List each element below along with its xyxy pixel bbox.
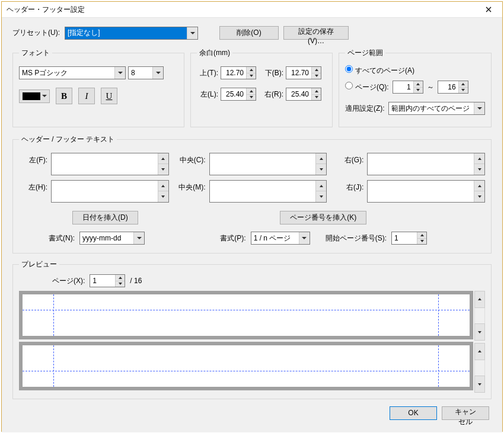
spin-down[interactable] (474, 164, 484, 175)
margin-top-field[interactable] (221, 67, 246, 79)
page-from-field[interactable] (393, 81, 413, 93)
spin-down[interactable] (247, 73, 256, 79)
footer-left-label: 左(H): (19, 180, 47, 203)
font-size-select[interactable]: 8 (128, 66, 164, 79)
cancel-button[interactable]: キャンセル (442, 406, 489, 420)
margin-right-input[interactable] (286, 88, 321, 101)
spin-up[interactable] (316, 153, 326, 164)
titlebar: ヘッダー・フッター設定 (2, 2, 502, 18)
chevron-down-icon (114, 67, 125, 79)
ok-button[interactable]: OK (390, 406, 437, 420)
preview-box (19, 291, 473, 393)
header-center-input[interactable] (209, 153, 327, 175)
scroll-down[interactable] (474, 323, 485, 341)
margin-bottom-field[interactable] (286, 67, 311, 79)
italic-button[interactable]: I (78, 88, 95, 104)
header-left-label: 左(F): (19, 153, 47, 175)
all-pages-radio[interactable] (345, 65, 353, 73)
preview-page-label: ページ(X): (52, 276, 85, 286)
margin-top-input[interactable] (221, 66, 256, 79)
spin-down[interactable] (158, 164, 168, 175)
page-from-input[interactable] (393, 81, 423, 94)
spin-down[interactable] (316, 191, 326, 202)
header-right-input[interactable] (367, 153, 485, 175)
spin-down[interactable] (417, 239, 426, 245)
chevron-down-icon (299, 232, 310, 244)
footer-left-input[interactable] (51, 180, 169, 203)
scroll-down[interactable] (474, 376, 485, 393)
spin-up[interactable] (158, 153, 168, 164)
date-format-select[interactable]: yyyy-mm-dd (79, 232, 145, 245)
page-to-input[interactable] (438, 81, 468, 94)
spin-down[interactable] (474, 191, 484, 202)
spin-up[interactable] (316, 181, 326, 191)
spin-up[interactable] (459, 81, 468, 88)
apply-value: 範囲内のすべてのページ (389, 104, 474, 114)
spin-up[interactable] (247, 67, 256, 73)
header-left-input[interactable] (51, 153, 169, 175)
spin-down[interactable] (459, 88, 468, 94)
spin-down[interactable] (312, 73, 321, 79)
delete-button[interactable]: 削除(O) (219, 26, 279, 40)
page-format-value: 1 / n ページ (251, 233, 299, 243)
margin-left-label: 左(L): (197, 89, 218, 100)
chevron-down-icon (42, 95, 47, 97)
footer-right-input[interactable] (367, 180, 485, 203)
preview-page-field[interactable] (90, 275, 115, 287)
spin-down[interactable] (316, 164, 326, 175)
spin-up[interactable] (116, 275, 125, 281)
preset-row: プリセット(U): [指定なし] 削除(O) 設定の保存(V)… (12, 26, 492, 40)
preset-value: [指定なし] (65, 27, 187, 39)
save-settings-button[interactable]: 設定の保存(V)… (283, 26, 349, 40)
date-format-label: 書式(N): (49, 233, 75, 243)
font-color-button[interactable] (19, 89, 50, 103)
spin-up[interactable] (158, 181, 168, 191)
chevron-down-icon (152, 67, 163, 79)
spin-down[interactable] (247, 95, 256, 101)
page-format-select[interactable]: 1 / n ページ (251, 232, 310, 245)
footer-right-label: 右(J): (335, 180, 363, 203)
insert-date-button[interactable]: 日付を挿入(D) (72, 211, 138, 224)
pages-radio[interactable] (345, 82, 353, 89)
page-to-field[interactable] (438, 81, 458, 93)
font-name-select[interactable]: MS Pゴシック (19, 66, 126, 79)
preview-scrollbar[interactable] (474, 291, 485, 393)
spin-down[interactable] (116, 281, 125, 287)
preview-page-header (19, 291, 473, 339)
bold-button[interactable]: B (56, 88, 72, 104)
spin-up[interactable] (474, 181, 484, 191)
scroll-up[interactable] (474, 291, 485, 308)
underline-button[interactable]: U (101, 88, 117, 104)
margin-left-input[interactable] (221, 88, 256, 101)
preview-total: / 16 (130, 277, 142, 285)
start-page-input[interactable] (391, 232, 427, 245)
spin-up[interactable] (312, 88, 321, 95)
start-page-label: 開始ページ番号(S): (326, 233, 387, 243)
spin-down[interactable] (158, 191, 168, 202)
scroll-up[interactable] (474, 343, 485, 360)
preview-page-input[interactable] (90, 274, 125, 287)
insert-page-button[interactable]: ページ番号を挿入(K) (280, 211, 366, 224)
margin-bottom-label: 下(B): (262, 68, 283, 78)
margin-left-field[interactable] (221, 88, 246, 100)
top-group-row: フォント MS Pゴシック 8 B (12, 48, 492, 127)
spin-up[interactable] (414, 81, 423, 88)
margin-right-field[interactable] (286, 88, 311, 100)
chevron-down-icon (133, 232, 144, 244)
spin-up[interactable] (312, 67, 321, 73)
spin-up[interactable] (247, 88, 256, 95)
start-page-field[interactable] (392, 232, 417, 244)
pages-radio-label[interactable]: ページ(Q): (345, 82, 389, 92)
spin-up[interactable] (417, 232, 426, 239)
hf-legend: ヘッダー / フッター テキスト (19, 134, 117, 145)
close-button[interactable] (476, 2, 501, 17)
spin-up[interactable] (474, 153, 484, 164)
footer-center-input[interactable] (209, 180, 327, 203)
apply-select[interactable]: 範囲内のすべてのページ (388, 102, 485, 115)
all-pages-radio-label[interactable]: すべてのページ(A) (345, 65, 414, 76)
dialog-footer: OK キャンセル (12, 399, 492, 426)
margin-bottom-input[interactable] (286, 66, 321, 79)
spin-down[interactable] (414, 88, 423, 94)
spin-down[interactable] (312, 95, 321, 101)
preset-select[interactable]: [指定なし] (65, 27, 198, 40)
